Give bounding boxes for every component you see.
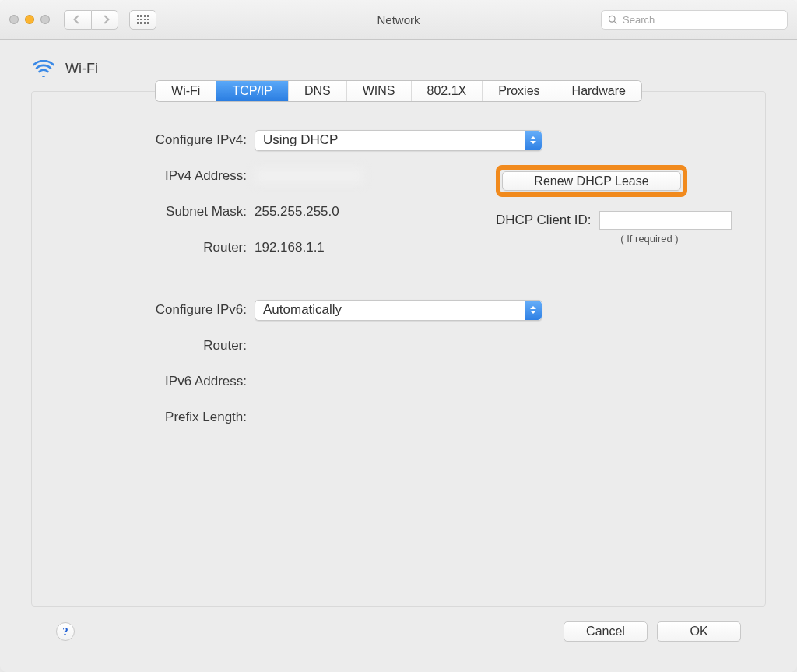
tab-wifi[interactable]: Wi-Fi <box>156 81 216 101</box>
ipv6-router-label: Router: <box>75 338 255 354</box>
tab-proxies[interactable]: Proxies <box>483 81 556 101</box>
renew-dhcp-lease-button[interactable]: Renew DHCP Lease <box>502 171 681 191</box>
search-input[interactable]: Search <box>601 10 788 30</box>
chevron-left-icon <box>73 15 82 23</box>
window-controls <box>9 15 50 24</box>
show-all-button[interactable] <box>129 10 156 30</box>
wifi-icon <box>33 60 54 77</box>
configure-ipv6-label: Configure IPv6: <box>75 302 255 318</box>
tabbar: Wi-Fi TCP/IP DNS WINS 802.1X Proxies Har… <box>156 81 641 101</box>
page-header: Wi-Fi <box>31 60 766 77</box>
search-icon <box>608 15 618 25</box>
svg-line-1 <box>614 21 616 23</box>
tcpip-form: Configure IPv4: Using DHCP IPv4 Address: <box>32 101 765 458</box>
page-title: Wi-Fi <box>65 61 98 77</box>
settings-panel: Wi-Fi TCP/IP DNS WINS 802.1X Proxies Har… <box>31 91 766 607</box>
dhcp-side-column: Renew DHCP Lease DHCP Client ID: ( If re… <box>496 165 722 245</box>
ok-button[interactable]: OK <box>657 621 741 642</box>
select-stepper-icon <box>525 301 542 320</box>
prefix-length-label: Prefix Length: <box>75 410 255 425</box>
help-button[interactable]: ? <box>56 622 75 641</box>
dialog-footer: ? Cancel OK <box>31 607 766 656</box>
ipv6-address-label: IPv6 Address: <box>75 374 255 389</box>
back-button[interactable] <box>64 10 91 30</box>
ipv4-address-label: IPv4 Address: <box>75 168 255 184</box>
minimize-window-button[interactable] <box>25 15 34 24</box>
dhcp-client-id-input[interactable] <box>599 211 732 230</box>
subnet-mask-value: 255.255.255.0 <box>255 204 339 220</box>
router-label: Router: <box>75 240 255 255</box>
configure-ipv4-label: Configure IPv4: <box>75 132 255 148</box>
toolbar: Network Search <box>0 0 797 40</box>
window-title: Network <box>377 13 420 26</box>
dhcp-client-id-label: DHCP Client ID: <box>496 213 592 228</box>
if-required-hint: ( If required ) <box>496 233 722 245</box>
forward-button[interactable] <box>91 10 118 30</box>
configure-ipv6-value: Automatically <box>263 302 342 318</box>
tab-8021x[interactable]: 802.1X <box>412 81 483 101</box>
nav-buttons <box>64 10 118 30</box>
search-placeholder: Search <box>623 14 655 26</box>
select-stepper-icon <box>525 131 542 150</box>
grid-icon <box>137 15 149 24</box>
tab-wins[interactable]: WINS <box>347 81 412 101</box>
renew-dhcp-highlight: Renew DHCP Lease <box>496 165 687 197</box>
chevron-right-icon <box>100 15 109 23</box>
zoom-window-button[interactable] <box>40 15 50 24</box>
svg-point-0 <box>609 16 615 22</box>
tab-hardware[interactable]: Hardware <box>556 81 641 101</box>
subnet-mask-label: Subnet Mask: <box>75 204 255 220</box>
close-window-button[interactable] <box>9 15 19 24</box>
configure-ipv4-select[interactable]: Using DHCP <box>255 130 542 151</box>
tab-dns[interactable]: DNS <box>289 81 347 101</box>
configure-ipv6-select[interactable]: Automatically <box>255 300 542 321</box>
ipv4-address-value <box>255 169 363 183</box>
configure-ipv4-value: Using DHCP <box>263 132 338 148</box>
network-prefs-window: Network Search Wi-Fi <box>0 0 797 672</box>
router-value: 192.168.1.1 <box>255 240 325 255</box>
content-area: Wi-Fi Wi-Fi TCP/IP DNS WINS 802.1X Proxi… <box>0 40 797 672</box>
cancel-button[interactable]: Cancel <box>564 621 648 642</box>
tab-tcpip[interactable]: TCP/IP <box>216 81 289 101</box>
